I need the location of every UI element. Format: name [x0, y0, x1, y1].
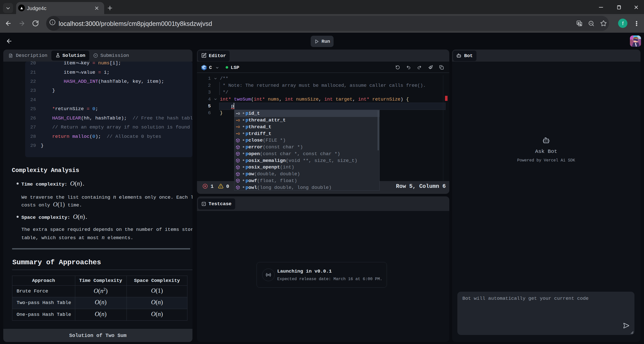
svg-text:C: C — [203, 65, 206, 70]
